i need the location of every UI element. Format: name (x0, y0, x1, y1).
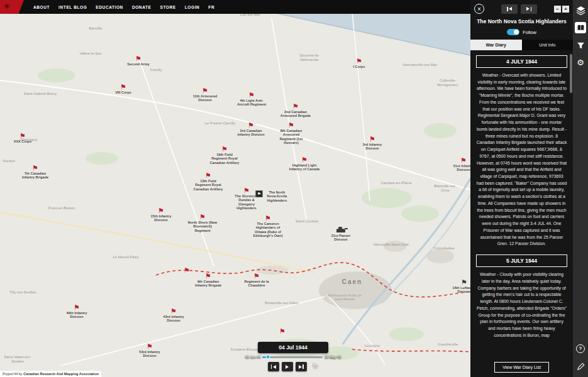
unit-marker[interactable]: ⚑XXX Corps (7, 133, 38, 143)
nav-item-store[interactable]: STORE (155, 5, 180, 9)
tab-war-diary[interactable]: War Diary (470, 40, 522, 50)
war-diary-panel-button[interactable] (575, 22, 586, 33)
unit-flag-icon: ⚑ (279, 328, 286, 334)
measure-button[interactable] (575, 361, 586, 372)
panel-title: The North Nova Scotia Highlanders (473, 18, 570, 25)
unit-marker[interactable]: ⚑7th Canadian Infantry Brigade (19, 165, 51, 180)
unit-marker[interactable]: ⚑ (184, 267, 190, 273)
nav-item-donate[interactable]: DONATE (128, 5, 156, 9)
unit-flag-icon: ⚑ (158, 207, 164, 214)
panel-header: × − + (470, 0, 573, 15)
tab-unit-info[interactable]: Unit Info (522, 40, 574, 50)
nav-item-intel-blog[interactable]: INTEL BLOG (54, 5, 91, 9)
unit-marker[interactable]: 21st Panzer Division (325, 226, 357, 242)
unit-marker[interactable]: ⚑I Corps (343, 58, 375, 68)
loop-icon[interactable]: ↻ (313, 363, 318, 371)
unit-marker[interactable]: ⚑49th Infantry Division (61, 304, 92, 319)
unit-label: 53rd Infantry Division (134, 350, 165, 358)
nav-item-education[interactable]: EDUCATION (91, 5, 128, 9)
unit-marker[interactable]: ⚑The North Nova-Scotia Highlanders (256, 190, 291, 202)
nav-item-fr[interactable]: FR (204, 5, 219, 9)
next-icon (526, 7, 530, 11)
follow-toggle[interactable] (507, 29, 519, 35)
unit-marker[interactable]: ⚑North Shore (New Brunswick) Regiment (187, 214, 218, 232)
topbar: ABOUTINTEL BLOGEDUCATIONDONATESTORELOGIN… (0, 0, 470, 14)
follow-row: Follow (470, 29, 573, 35)
nav-item-login[interactable]: LOGIN (180, 5, 204, 9)
unit-marker[interactable]: ⚑Second Army (123, 55, 154, 66)
toggle-knob (514, 30, 519, 35)
app: Langrune-sur-MerLuc-sur-MerBanvilleVille… (0, 0, 588, 377)
unit-marker[interactable]: ⚑15th Infantry Division (145, 207, 177, 222)
unit-marker[interactable]: ⚑8th Canadian Armoured Regiment (1st Hus… (275, 122, 307, 145)
unit-marker[interactable]: ⚑19th Field Regiment Royal Canadian Arti… (209, 146, 240, 165)
unit-label: 8th Canadian Armoured Regiment (1st Huss… (275, 129, 307, 145)
tank-icon (336, 229, 345, 232)
unit-label: XXX Corps (7, 139, 38, 143)
unit-marker[interactable]: ⚑13th Field Regiment Royal Canadian Arti… (192, 172, 224, 191)
expand-panel-button[interactable]: + (562, 6, 569, 13)
unit-label: Second Army (123, 62, 154, 66)
unit-label: 2nd Canadian Armoured Brigade (280, 110, 311, 118)
unit-marker[interactable]: ⚑3rd Infantry Division (357, 136, 388, 151)
unit-marker[interactable]: ⚑Highland Light Infantry of Canada (289, 156, 320, 172)
unit-marker[interactable]: ⚑ (279, 328, 286, 334)
view-war-diary-list-button[interactable]: View War Diary List (494, 362, 549, 373)
panel-footer: View War Diary List (470, 359, 573, 377)
unit-marker[interactable]: ⚑Regiment de la Chaudière (241, 273, 272, 288)
unit-marker[interactable]: ⚑4th Light Anti-Aircraft Regiment (236, 92, 267, 107)
previous-unit-button[interactable] (501, 4, 518, 14)
pencil-icon (577, 363, 585, 371)
diary-entry: 4 JULY 1944 Weather - Overcast with show… (476, 55, 567, 248)
unit-marker[interactable]: ⚑16th Luftwaffe Division (448, 279, 470, 294)
selected-unit-icon: ⚑ (256, 190, 263, 197)
nav-item-about[interactable]: ABOUT (29, 5, 54, 9)
skip-to-start-button[interactable] (268, 362, 279, 371)
play-icon (286, 365, 289, 369)
unit-marker[interactable]: ⚑51st Infantry Division (448, 157, 470, 172)
unit-flag-icon: ⚑ (202, 87, 208, 94)
timeline-handle[interactable] (265, 355, 270, 359)
settings-button[interactable]: ⚙ (575, 57, 586, 68)
unit-marker[interactable]: ⚑11th Armoured Division (189, 87, 221, 102)
unit-flag-icon: ⚑ (170, 308, 177, 314)
follow-label: Follow (523, 30, 536, 35)
book-icon (577, 24, 585, 32)
unit-marker[interactable]: ⚑The Cameron Highlanders of Ottawa (Duke… (252, 215, 284, 238)
unit-flag-icon: ⚑ (205, 273, 211, 279)
unit-flag-icon: ⚑ (265, 215, 271, 221)
layers-button[interactable] (575, 4, 586, 16)
unit-marker[interactable]: ⚑3rd Canadian Infantry Division (235, 122, 267, 137)
unit-panel: × − + The North Nova Scotia Highlanders … (470, 0, 573, 377)
collapse-panel-button[interactable]: − (554, 6, 561, 13)
unit-flag-icon: ⚑ (205, 172, 211, 178)
unit-marker[interactable]: ⚑9th Canadian Infantry Brigade (192, 273, 224, 288)
attribution: Project'44 by Canadian Research And Mapp… (0, 371, 101, 377)
timeline-current-date: 04 Jul 1944 (258, 342, 328, 353)
play-button[interactable] (282, 362, 293, 371)
unit-label: 16th Luftwaffe Division (448, 286, 470, 294)
map-canvas[interactable]: Langrune-sur-MerLuc-sur-MerBanvilleVille… (0, 0, 470, 377)
next-unit-button[interactable] (521, 4, 537, 14)
attribution-org: Canadian Research And Mapping Associatio… (23, 372, 99, 376)
project44-logo[interactable] (0, 0, 24, 14)
unit-label: Highland Light Infantry of Canada (289, 163, 320, 172)
unit-marker[interactable]: ⚑53rd Infantry Division (134, 343, 165, 358)
unit-flag-icon: ⚑ (243, 187, 250, 194)
unit-label: 13th Field Regiment Royal Canadian Artil… (192, 179, 224, 191)
unit-marker[interactable]: ⚑2nd Canadian Armoured Brigade (280, 103, 311, 118)
filter-button[interactable] (575, 40, 586, 51)
panel-scrollbar[interactable] (570, 54, 572, 93)
close-panel-button[interactable]: × (474, 4, 484, 14)
unit-label: 15th Infantry Division (145, 214, 177, 222)
unit-marker[interactable]: ⚑VIII Corps (108, 84, 139, 94)
timeline-slider[interactable] (262, 356, 323, 358)
unit-label: The North Nova-Scotia Highlanders (264, 190, 291, 202)
unit-flag-icon: ⚑ (356, 58, 362, 64)
unit-flag-icon: ⚑ (120, 84, 126, 90)
skip-to-end-button[interactable] (296, 362, 307, 371)
unit-marker[interactable]: ⚑43rd Infantry Division (158, 308, 189, 323)
help-button[interactable]: ? (575, 343, 586, 354)
filter-icon (577, 41, 585, 50)
war-diary-content[interactable]: 4 JULY 1944 Weather - Overcast with show… (470, 50, 573, 359)
